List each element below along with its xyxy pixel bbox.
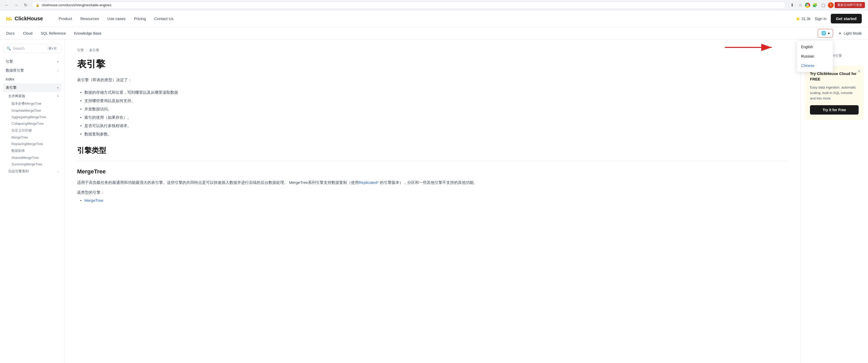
section-mergetree-text: 适用于高负载任务的最通用和功能最强大的表引擎。这些引擎的共同特点是可以快速插入数… (77, 179, 788, 186)
sidebar-item-engines[interactable]: 引擎 ▾ (3, 57, 61, 66)
github-stars[interactable]: ⭐ 31.3k (796, 17, 810, 21)
github-icon: ⭐ (796, 17, 800, 21)
sun-icon: ☀ (838, 31, 842, 35)
sidebar-item-log-engines[interactable]: 日志引擎系列 › (3, 168, 61, 175)
logo-icon (6, 17, 12, 21)
ad-cta-button[interactable]: Try it for Free (810, 105, 859, 115)
logo[interactable]: ClickHouse (6, 16, 43, 22)
light-mode-toggle[interactable]: ☀ Light Mode (838, 31, 862, 35)
ad-description: Easy data ingestion, automatic scaling, … (810, 85, 859, 101)
breadcrumb: 引擎 / 表引擎 (77, 48, 788, 53)
mergetree-sub-list: MergeTree (77, 198, 788, 203)
sidebar-item-engines-label: 引擎 (6, 59, 13, 64)
docs-nav-docs[interactable]: Docs (6, 28, 14, 39)
back-button[interactable]: ← (3, 2, 10, 9)
docs-nav-cloud[interactable]: Cloud (23, 28, 33, 39)
breadcrumb-engines[interactable]: 引擎 (77, 48, 84, 53)
right-panel: 集成引擎 用于其他特定功能的引擎 ✕ Try ClickHouse Cloud … (800, 39, 868, 363)
language-selector: 🌐 ▾ English Russian Chinese (818, 29, 833, 37)
logo-bar-1 (6, 17, 7, 21)
mergetree-text-1: 适用于高负载任务的最通用和功能最强大的表引擎。这些引擎的共同特点是可以快速插入数… (77, 180, 359, 185)
sidebar-item-mergetree-family[interactable]: 合并树家族 ▾ (3, 92, 61, 100)
sidebar-item-table-engines-label: 表引擎 (6, 85, 17, 90)
sidebar-item-db-engines-label: 数据库引擎 (6, 68, 24, 73)
chrome-icon (805, 3, 810, 8)
nav-contact[interactable]: Contact Us (154, 17, 174, 21)
search-box[interactable]: 🔍 Search ⌘+ K (3, 44, 61, 53)
star-button[interactable]: ☆ (797, 2, 804, 9)
url-text: clickhouse.com/docs/zh/engines/table-eng… (42, 3, 112, 7)
main-layout: 🔍 Search ⌘+ K 引擎 ▾ 数据库引擎 › index 表引擎 ▾ 合… (0, 39, 868, 363)
light-mode-label: Light Mode (844, 31, 862, 35)
lang-option-english[interactable]: English (797, 42, 833, 52)
docs-nav-kb[interactable]: Knowledge Base (74, 28, 101, 39)
content-area: 引擎 / 表引擎 表引擎 表引擎（即表的类型）决定了： 数据的存储方式和位置，写… (65, 39, 800, 363)
lang-dropdown: English Russian Chinese (797, 40, 833, 72)
browser-controls: ← → ↻ (3, 2, 29, 9)
extensions-button[interactable]: 🧩 (811, 2, 818, 9)
get-started-button[interactable]: Get started (831, 14, 862, 24)
lang-selector-button[interactable]: 🌐 ▾ (818, 29, 833, 37)
profile-avatar: T (828, 2, 834, 8)
address-bar[interactable]: 🔒 clickhouse.com/docs/zh/engines/table-e… (32, 2, 786, 9)
docs-nav-right: 🌐 ▾ English Russian Chinese ☀ Light Mode (818, 29, 862, 37)
sidebar-item-index[interactable]: index (3, 75, 61, 83)
sidebar-subitem-graphite[interactable]: GraphiteMergeTree (3, 107, 61, 114)
main-nav: Product Resources Use cases Pricing Cont… (59, 17, 174, 21)
sidebar-item-db-engines[interactable]: 数据库引擎 › (3, 66, 61, 75)
docs-nav-sql[interactable]: SQL Reference (41, 28, 66, 39)
sidebar-subitem-collapsing[interactable]: CollapsingMergeTree (3, 120, 61, 127)
sub-list-item[interactable]: MergeTree (80, 198, 788, 203)
search-placeholder: Search (13, 47, 25, 51)
download-button[interactable]: ⬇ (788, 2, 796, 9)
lang-option-chinese[interactable]: Chinese (797, 61, 833, 70)
ad-close-button[interactable]: ✕ (857, 69, 861, 74)
breadcrumb-separator: / (86, 49, 87, 52)
search-shortcut: ⌘+ K (47, 46, 58, 51)
update-button[interactable]: 重新启动即可更新 (835, 2, 865, 8)
section-mergetree-title: MergeTree (77, 168, 788, 175)
search-icon: 🔍 (6, 47, 11, 51)
sidebar-subitem-replacing[interactable]: ReplacingMergeTree (3, 141, 61, 147)
reload-button[interactable]: ↻ (22, 2, 29, 9)
sidebar-subitem-version-merge[interactable]: 版本折叠MergeTree (3, 100, 61, 107)
logo-bar-2 (8, 18, 9, 21)
header-right: ⭐ 31.3k Sign in Get started (796, 14, 862, 24)
sign-in-button[interactable]: Sign in (815, 17, 827, 21)
nav-product[interactable]: Product (59, 17, 72, 21)
mergetree-sub-link[interactable]: MergeTree (84, 198, 103, 203)
list-item: 索引的使用（如果存在）。 (80, 114, 788, 121)
nav-resources[interactable]: Resources (81, 17, 99, 21)
chevron-right-icon: › (58, 69, 59, 72)
sidebar: 🔍 Search ⌘+ K 引擎 ▾ 数据库引擎 › index 表引擎 ▾ 合… (0, 39, 65, 363)
log-engines-label: 日志引擎系列 (8, 169, 29, 174)
sidebar-subitem-summing[interactable]: SummingMergeTree (3, 161, 61, 168)
breadcrumb-current: 表引擎 (89, 48, 99, 53)
list-item: 数据复制参数。 (80, 131, 788, 137)
sidebar-subitem-aggregating[interactable]: AggregatingMergeTree (3, 114, 61, 120)
nav-use-cases[interactable]: Use cases (107, 17, 125, 21)
lang-option-russian[interactable]: Russian (797, 52, 833, 61)
logo-bar-4 (11, 19, 12, 21)
sidebar-subitem-mergetree[interactable]: MergeTree (3, 134, 61, 141)
section-sublabel: 该类型的引擎： (77, 190, 788, 195)
chevron-down-icon-merge: ▾ (57, 94, 59, 98)
chevron-down-icon-table: ▾ (57, 86, 59, 90)
sidebar-subitem-shared[interactable]: SharedMergeTree (3, 154, 61, 161)
sidebar-subitem-partition[interactable]: 自定义分区键 (3, 127, 61, 134)
chevron-down-icon: ▾ (57, 60, 59, 64)
site-header: ClickHouse Product Resources Use cases P… (0, 10, 868, 27)
forward-button[interactable]: → (12, 2, 20, 9)
browser-actions: ⬇ ☆ 🧩 ▢ T 重新启动即可更新 (788, 2, 865, 9)
nav-pricing[interactable]: Pricing (134, 17, 146, 21)
replicated-link[interactable]: Replicated* (359, 180, 379, 185)
ad-card: ✕ Try ClickHouse Cloud for FREE Easy dat… (805, 66, 864, 120)
mergetree-family-label: 合并树家族 (8, 94, 25, 98)
sidebar-item-index-label: index (6, 77, 14, 81)
sidebar-item-table-engines[interactable]: 表引擎 ▾ (3, 83, 61, 92)
sidebar-subitem-replica[interactable]: 数据副本 (3, 147, 61, 154)
chevron-right-icon-log: › (58, 170, 59, 173)
window-button[interactable]: ▢ (819, 2, 827, 9)
mergetree-text-2: 的引擎版本），分区和一些其他引擎不支持的其他功能。 (379, 180, 477, 185)
logo-bar-3 (9, 17, 10, 21)
